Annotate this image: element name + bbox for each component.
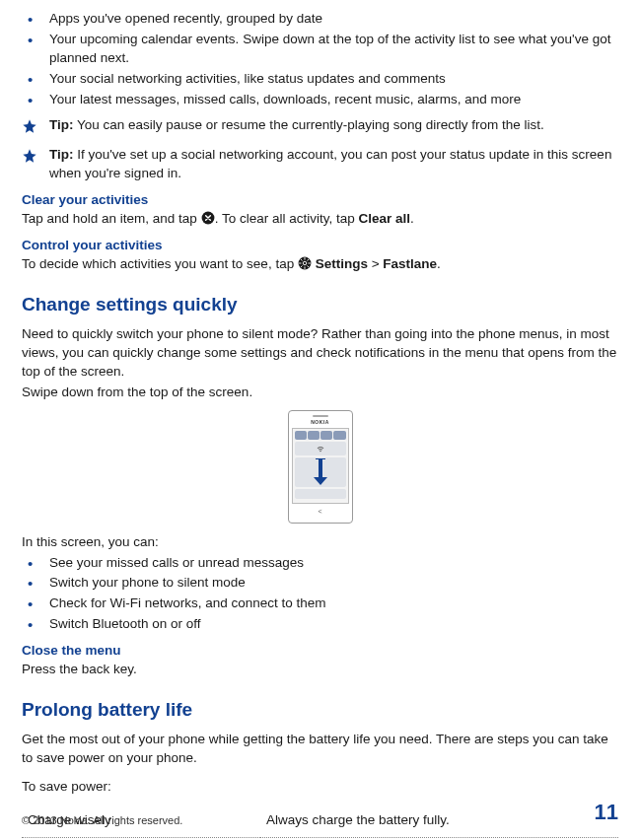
quick-settings-list: See your missed calls or unread messages… bbox=[22, 554, 618, 635]
wifi-tile-icon bbox=[295, 442, 346, 455]
back-key-icon: < bbox=[292, 507, 349, 517]
clear-activities-text: Tap and hold an item, and tap . To clear… bbox=[22, 210, 618, 229]
tip-text: Tip: You can easily pause or resume the … bbox=[49, 116, 618, 135]
swipe-arrow-icon bbox=[295, 457, 346, 487]
list-item: Your social networking activities, like … bbox=[22, 70, 618, 89]
close-menu-text: Press the back key. bbox=[22, 661, 618, 679]
phone-illustration: NOKIA < bbox=[22, 410, 618, 524]
star-icon bbox=[22, 148, 39, 170]
list-item: Your latest messages, missed calls, down… bbox=[22, 91, 618, 109]
change-settings-heading: Change settings quickly bbox=[22, 292, 618, 318]
tip-1: Tip: You can easily pause or resume the … bbox=[22, 116, 618, 140]
change-settings-intro: Need to quickly switch your phone to sil… bbox=[22, 325, 618, 382]
battery-heading: Prolong battery life bbox=[22, 697, 618, 724]
control-activities-text: To decide which activities you want to s… bbox=[22, 255, 618, 274]
copyright-text: © 2013 Nokia. All rights reserved. bbox=[22, 813, 182, 828]
list-item: See your missed calls or unread messages bbox=[22, 554, 618, 573]
list-item: Switch your phone to silent mode bbox=[22, 574, 618, 593]
list-item: Check for Wi-Fi networks, and connect to… bbox=[22, 595, 618, 613]
page-number: 11 bbox=[595, 798, 618, 828]
swipe-instruction: Swipe down from the top of the screen. bbox=[22, 384, 618, 402]
settings-gear-icon bbox=[298, 256, 312, 270]
clear-activities-heading: Clear your activities bbox=[22, 191, 618, 210]
star-icon bbox=[22, 118, 39, 140]
activity-feature-list: Apps you've opened recently, grouped by … bbox=[22, 10, 618, 108]
page-footer: © 2013 Nokia. All rights reserved. 11 bbox=[22, 798, 618, 828]
list-item: Switch Bluetooth on or off bbox=[22, 615, 618, 634]
tip-label: Tip: bbox=[49, 117, 74, 132]
to-save-text: To save power: bbox=[22, 778, 618, 797]
tip-text: Tip: If you've set up a social networkin… bbox=[49, 146, 618, 183]
tip-label: Tip: bbox=[49, 147, 74, 162]
list-item: Apps you've opened recently, grouped by … bbox=[22, 10, 618, 29]
tip-2: Tip: If you've set up a social networkin… bbox=[22, 146, 618, 183]
close-menu-heading: Close the menu bbox=[22, 642, 618, 661]
in-this-screen-text: In this screen, you can: bbox=[22, 533, 618, 552]
battery-intro: Get the most out of your phone while get… bbox=[22, 731, 618, 768]
phone-logo: NOKIA bbox=[292, 419, 349, 426]
control-activities-heading: Control your activities bbox=[22, 237, 618, 255]
list-item: Your upcoming calendar events. Swipe dow… bbox=[22, 31, 618, 68]
delete-circle-icon bbox=[201, 211, 215, 225]
